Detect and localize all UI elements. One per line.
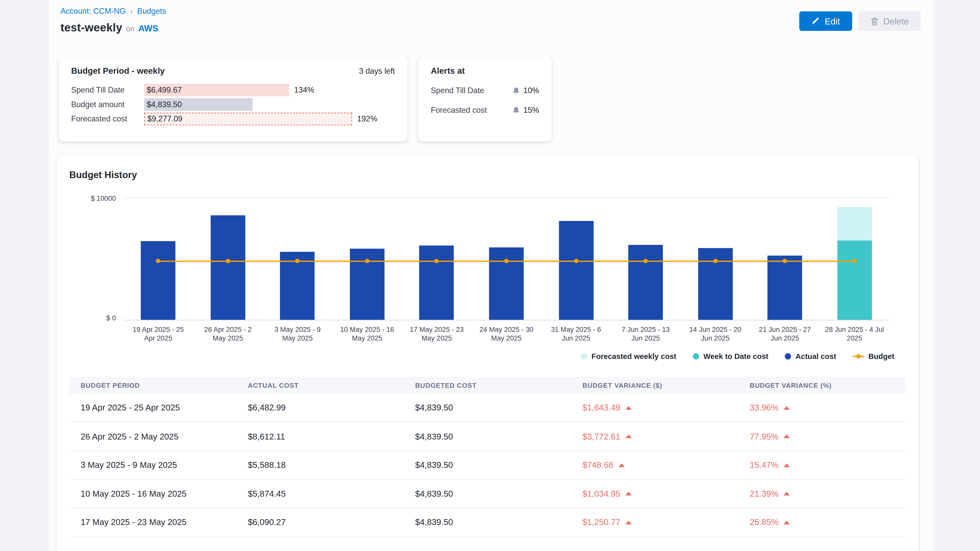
legend-item-actual-cost[interactable]: Actual cost [785,352,836,361]
bell-icon [512,106,520,114]
variance-value: 77.95% [750,432,779,441]
budgeted-cost-cell: $4,839.50 [404,432,571,441]
legend-marker-icon [785,353,791,359]
delete-button[interactable]: Delete [858,11,921,31]
alert-threshold-value: 10% [523,86,539,95]
legend-marker-icon [693,353,699,359]
budget-period-row-label: Forecasted cost [71,114,144,124]
budget-line-marker[interactable] [853,259,857,263]
breadcrumb-account-link[interactable]: Account: CCM-NG [60,6,126,16]
budget-period-card-head: Budget Period - weekly 3 days left [71,66,395,76]
budget-history-chart: $ 10000 $ 0 [69,198,905,321]
header-left: Account: CCM-NG › Budgets test-weekly on… [60,6,166,35]
actual-cost-cell: $5,588.18 [237,460,404,470]
y-axis-tick-bottom: $ 0 [69,314,116,322]
chart-x-labels: 19 Apr 2025 - 25 Apr 202526 Apr 2025 - 2… [69,321,905,343]
actual-cost-bar[interactable] [628,245,663,320]
y-axis-tick-top: $ 10000 [69,195,116,202]
actual-cost-bar[interactable] [419,246,454,320]
alerts-card: Alerts at Spend Till Date10%Forecasted c… [418,57,552,141]
budget-line-marker[interactable] [713,259,718,263]
budget-line-marker[interactable] [643,259,648,263]
pencil-icon [811,17,820,25]
forecast-bar: $9,277.09 [144,113,352,125]
breadcrumb-chevron-icon: › [130,6,133,16]
actual-cost-bar[interactable] [141,241,176,320]
edit-button[interactable]: Edit [800,11,852,31]
legend-marker-icon [581,353,587,359]
budget-line-marker[interactable] [226,259,230,263]
caret-up-icon [618,463,625,467]
alert-row-label: Spend Till Date [431,86,484,95]
title-row: test-weekly on AWS [60,21,166,35]
caret-up-icon [625,435,632,438]
budget-period-row-percent: 192% [357,114,377,124]
actual-cost-bar[interactable] [210,215,245,320]
variance-value: $1,034.95 [582,489,620,499]
budget-line-marker[interactable] [295,259,300,263]
budget-period-bar-area: $4,839.50 [144,98,252,111]
alert-row: Forecasted cost15% [431,106,539,115]
days-left-label: 3 days left [359,67,395,76]
alert-threshold-value: 15% [523,106,539,115]
budget-line-marker[interactable] [574,259,578,263]
legend-item-budget[interactable]: Budget [853,352,894,361]
page: Account: CCM-NG › Budgets test-weekly on… [0,0,980,551]
budget-line-marker[interactable] [504,259,509,263]
variance-value: $1,250.77 [582,518,620,527]
budgeted-cost-cell: $4,839.50 [404,518,571,527]
table-header-cell: BUDGETED COST [404,382,571,389]
actual-cost-cell: $6,482.99 [237,403,404,413]
budget-variance-pct-cell: 21.39% [738,489,905,499]
forecasted-cost-bar[interactable] [837,207,872,240]
legend-item-label: Forecasted weekly cost [592,352,676,361]
table-row: 10 May 2025 - 16 May 2025$5,874.45$4,839… [69,480,905,508]
chart-column [680,198,750,320]
edit-button-label: Edit [824,16,840,26]
trash-icon [870,17,878,25]
budget-period-row-percent: 134% [294,86,314,95]
actual-cost-bar[interactable] [489,248,524,320]
legend-item-label: Budget [868,352,894,361]
budget-variance-pct-cell: 25.85% [738,518,905,527]
legend-item-forecasted-weekly-cost[interactable]: Forecasted weekly cost [581,352,676,361]
chart-x-label: 31 May 2025 - 6 Jun 2025 [541,325,611,343]
alerts-title: Alerts at [431,66,465,76]
budget-period-row-value: $6,499.67 [144,86,182,95]
chart-column [193,198,263,320]
caret-up-icon [625,521,632,524]
alerts-card-head: Alerts at [431,66,539,76]
budget-variance-usd-cell: $1,250.77 [571,518,738,527]
budget-line-marker[interactable] [156,259,160,263]
legend-item-week-to-date-cost[interactable]: Week to Date cost [693,352,768,361]
chart-x-label: 24 May 2025 - 30 May 2025 [472,325,541,343]
budget-variance-usd-cell: $1,643.49 [571,403,738,413]
budget-period-cell: 10 May 2025 - 16 May 2025 [69,489,236,499]
table-header-cell: ACTUAL COST [237,382,404,389]
chart-column [332,198,402,320]
budget-period-row: Budget amount$4,839.50 [71,98,395,111]
caret-up-icon [625,492,632,495]
table-body: 19 Apr 2025 - 25 Apr 2025$6,482.99$4,839… [69,394,905,537]
budgeted-cost-cell: $4,839.50 [404,489,571,499]
actual-cost-bar[interactable] [768,256,802,320]
week-to-date-bar[interactable] [837,240,872,320]
chart-x-label: 14 Jun 2025 - 20 Jun 2025 [680,325,750,343]
chart-x-label: 21 Jun 2025 - 27 Jun 2025 [750,325,820,343]
spend-bar: $6,499.67 [144,84,289,96]
content-area: Account: CCM-NG › Budgets test-weekly on… [49,0,933,551]
actual-cost-cell: $5,874.45 [237,489,404,499]
budget-line-marker[interactable] [365,259,369,263]
variance-value: 25.85% [750,518,779,527]
budget-period-bar-area: $9,277.09192% [144,113,377,125]
breadcrumb-budgets-link[interactable]: Budgets [137,6,166,16]
actual-cost-cell: $8,612.11 [237,432,404,441]
budget-line-marker[interactable] [434,259,439,263]
chart-x-label: 19 Apr 2025 - 25 Apr 2025 [124,325,193,343]
budget-period-bar-area: $6,499.67134% [144,84,314,96]
budget-line-marker[interactable] [783,259,787,263]
actual-cost-bar[interactable] [558,221,593,320]
chart-column [750,198,820,320]
budget-variance-pct-cell: 15.47% [738,460,905,470]
budget-period-row-label: Spend Till Date [71,86,144,95]
